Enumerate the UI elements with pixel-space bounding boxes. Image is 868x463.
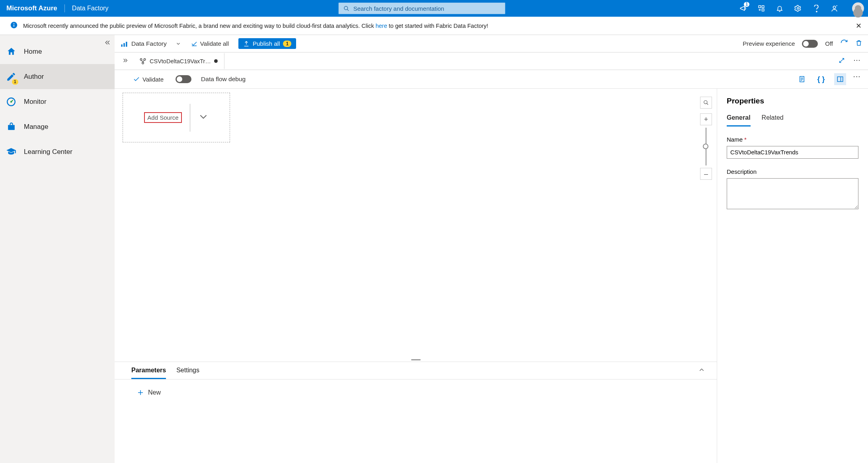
zoom-slider[interactable] — [706, 128, 706, 165]
announcements-badge: 1 — [744, 2, 749, 7]
svg-point-10 — [14, 23, 14, 24]
minus-icon: – — [704, 170, 708, 178]
banner-close-button[interactable]: ✕ — [856, 21, 862, 30]
search-placeholder: Search factory and documentation — [353, 5, 444, 12]
sidebar-item-monitor[interactable]: Monitor — [0, 89, 115, 114]
validate-button[interactable]: Validate — [131, 74, 166, 84]
service-label[interactable]: Data Factory — [65, 5, 109, 12]
zoom-out-button[interactable]: – — [700, 168, 712, 180]
search-icon — [703, 100, 709, 105]
svg-point-7 — [833, 6, 836, 8]
main-area: Data Factory Validate all Publish all 1 … — [115, 35, 868, 463]
braces-icon: { } — [817, 75, 825, 84]
expand-icon — [839, 57, 845, 64]
add-source-label: Add Source — [144, 112, 181, 123]
banner-link[interactable]: here — [376, 23, 387, 29]
announcements-icon[interactable]: 1 — [739, 4, 747, 12]
code-view-button[interactable]: { } — [815, 73, 827, 85]
check-icon — [133, 76, 140, 83]
context-breadcrumb[interactable]: Data Factory — [120, 40, 181, 48]
tabstrip-expand-button[interactable] — [119, 57, 133, 65]
svg-rect-2 — [759, 6, 761, 8]
svg-point-12 — [10, 101, 12, 102]
dataflow-icon — [139, 58, 146, 65]
sidebar-item-author[interactable]: Author 1 — [0, 64, 115, 89]
validate-all-button[interactable]: Validate all — [188, 39, 231, 49]
home-icon — [6, 46, 17, 57]
add-source-node[interactable]: Add Source — [123, 93, 230, 142]
user-avatar[interactable] — [852, 2, 864, 14]
plus-icon: + — [704, 115, 708, 124]
svg-rect-15 — [126, 42, 127, 47]
zoom-thumb[interactable] — [703, 144, 708, 149]
switch-directory-icon[interactable] — [757, 4, 765, 12]
chevron-down-icon — [176, 41, 181, 47]
tab-parameters[interactable]: Parameters — [131, 367, 166, 379]
svg-point-26 — [704, 101, 707, 104]
separator — [190, 104, 190, 132]
tab-settings[interactable]: Settings — [176, 367, 199, 379]
dataflow-canvas[interactable]: Add Source + — [115, 89, 717, 359]
discard-button[interactable] — [855, 39, 862, 48]
editor-tab[interactable]: CSVtoDeltaC19VaxTr… — [133, 53, 224, 70]
settings-icon[interactable] — [794, 4, 802, 12]
properties-panel: Properties General Related Name* Descrip… — [717, 89, 868, 463]
bottom-panel: Parameters Settings New — [115, 362, 717, 463]
chevron-down-icon — [198, 111, 209, 122]
svg-point-0 — [344, 6, 348, 10]
script-view-button[interactable] — [796, 73, 808, 85]
more-actions-button[interactable]: ··· — [853, 73, 861, 85]
dataflow-toolbar: Validate Data flow debug { } ··· — [115, 70, 868, 88]
sidebar-item-label: Author — [24, 73, 44, 81]
name-input[interactable] — [727, 146, 858, 159]
trash-icon — [855, 39, 862, 47]
svg-rect-4 — [762, 9, 764, 11]
publish-all-button[interactable]: Publish all 1 — [238, 38, 296, 49]
banner-text-after: to get started with Fabric Data Factory! — [389, 23, 488, 29]
info-banner: Microsoft recently announced the public … — [0, 17, 868, 35]
description-textarea[interactable] — [727, 178, 858, 209]
sidebar-item-label: Monitor — [24, 98, 47, 106]
properties-tab-general[interactable]: General — [727, 114, 751, 126]
editor-tab-title: CSVtoDeltaC19VaxTr… — [150, 58, 211, 64]
zoom-search-button[interactable] — [700, 97, 712, 109]
feedback-icon[interactable] — [831, 4, 839, 12]
tab-actions-button[interactable]: ··· — [854, 57, 861, 65]
editor-tab-strip: CSVtoDeltaC19VaxTr… ··· — [115, 53, 868, 70]
new-parameter-label: New — [148, 389, 161, 396]
svg-rect-14 — [123, 43, 125, 47]
fullscreen-button[interactable] — [839, 57, 845, 65]
name-field-label: Name* — [727, 136, 858, 143]
description-field-label: Description — [727, 168, 858, 175]
info-icon — [10, 21, 18, 30]
zoom-control: + – — [700, 97, 712, 180]
datafactory-icon — [120, 40, 128, 48]
preview-experience-toggle[interactable] — [802, 40, 818, 48]
notifications-icon[interactable] — [776, 4, 784, 12]
plus-icon — [137, 389, 144, 396]
add-source-dropdown[interactable] — [198, 111, 209, 124]
sidebar-item-manage[interactable]: Manage — [0, 114, 115, 139]
refresh-button[interactable] — [840, 39, 848, 48]
validate-label: Validate — [142, 76, 164, 83]
svg-point-19 — [142, 62, 144, 64]
document-icon — [798, 75, 806, 83]
new-parameter-button[interactable]: New — [137, 389, 717, 396]
brand-label[interactable]: Microsoft Azure — [6, 4, 65, 12]
banner-text-before: Microsoft recently announced the public … — [23, 23, 376, 29]
bottom-panel-collapse-button[interactable] — [698, 367, 717, 379]
dataflow-debug-toggle[interactable] — [176, 75, 191, 83]
properties-title: Properties — [727, 97, 858, 105]
sidebar-item-learning-center[interactable]: Learning Center — [0, 139, 115, 164]
svg-point-6 — [816, 11, 817, 12]
topbar-icon-group: 1 — [739, 4, 839, 12]
check-icon — [191, 40, 198, 47]
refresh-icon — [840, 39, 848, 47]
panel-splitter[interactable] — [115, 359, 717, 362]
help-icon[interactable] — [812, 4, 820, 12]
global-search[interactable]: Search factory and documentation — [338, 2, 505, 14]
properties-tab-related[interactable]: Related — [762, 114, 784, 126]
zoom-in-button[interactable]: + — [700, 113, 712, 125]
sidebar-item-home[interactable]: Home — [0, 39, 115, 64]
properties-toggle-button[interactable] — [834, 73, 846, 85]
